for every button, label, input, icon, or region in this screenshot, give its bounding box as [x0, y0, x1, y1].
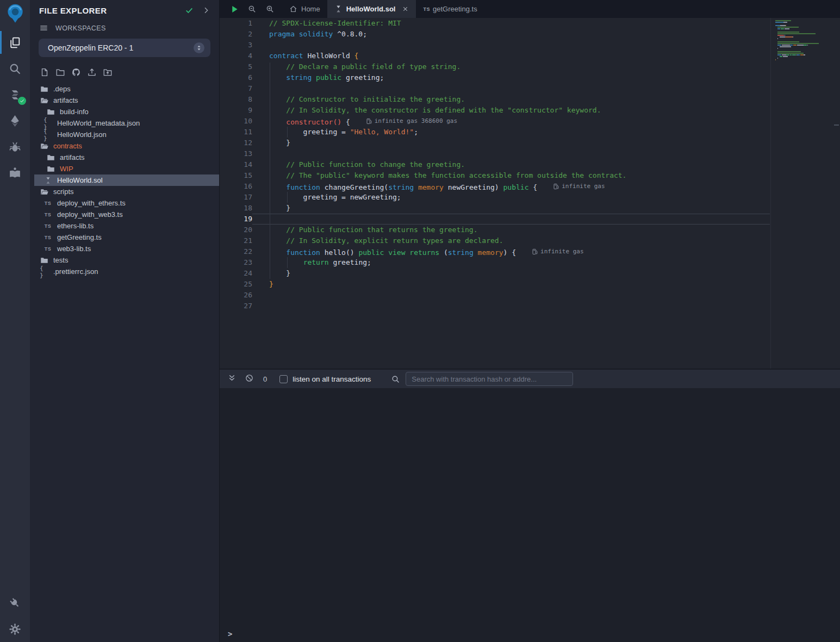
tab-helloworld-sol[interactable]: HelloWorld.sol	[327, 0, 416, 18]
accept-check-icon[interactable]	[185, 6, 194, 15]
activity-bar	[0, 0, 30, 642]
tree-item-label: .prettierrc.json	[53, 267, 98, 276]
tree-item[interactable]: TSdeploy_with_ethers.ts	[34, 197, 219, 209]
upload-icon	[87, 67, 97, 77]
tree-item[interactable]: TSethers-lib.ts	[34, 220, 219, 232]
code-line-content: function changeGreeting(string memory ne…	[252, 181, 770, 193]
line-number: 8	[220, 94, 252, 105]
deploy-and-run-button[interactable]	[0, 108, 30, 134]
tab-home[interactable]: Home	[282, 0, 327, 18]
terminal-expand-button[interactable]	[227, 373, 237, 384]
tree-item[interactable]: contracts	[34, 140, 219, 152]
clone-git-repository-button[interactable]	[71, 67, 82, 78]
typescript-file-icon: TS	[423, 7, 430, 12]
tree-item[interactable]: { }.prettierrc.json	[34, 266, 219, 277]
learneth-button[interactable]	[0, 160, 30, 186]
typescript-file-icon: TS	[43, 235, 52, 240]
workspace-select[interactable]: OpenZeppelin ERC20 - 1	[39, 39, 210, 57]
tree-item[interactable]: WIP	[34, 163, 219, 174]
code-line-content: // SPDX-License-Identifier: MIT	[252, 18, 770, 29]
zoom-out-button[interactable]	[243, 0, 261, 18]
minimap[interactable]	[775, 20, 825, 64]
tree-item[interactable]: { }HelloWorld_metadata.json	[34, 117, 219, 129]
line-number: 9	[220, 105, 252, 116]
tree-item-label: web3-lib.ts	[57, 245, 91, 253]
plugin-manager-button[interactable]	[0, 590, 30, 616]
tree-item[interactable]: HelloWorld.sol	[34, 174, 219, 186]
code-line-content: return greeting;	[252, 257, 770, 268]
tree-item[interactable]: TSdeploy_with_web3.ts	[34, 209, 219, 220]
line-number: 10	[220, 116, 252, 127]
line-number: 23	[220, 257, 252, 268]
code-lines: 1// SPDX-License-Identifier: MIT2pragma …	[220, 18, 840, 311]
code-line-content: // Public function to change the greetin…	[252, 159, 770, 170]
tree-item-label: contracts	[53, 142, 82, 150]
play-icon	[229, 4, 239, 14]
workspaces-label: WORKSPACES	[55, 24, 106, 32]
bug-icon	[8, 140, 22, 154]
search-icon	[391, 375, 400, 384]
clear-console-button[interactable]	[245, 373, 254, 384]
editor-scrollbar[interactable]	[834, 124, 839, 126]
run-script-button[interactable]	[225, 0, 243, 18]
code-line: 23 return greeting;	[220, 257, 840, 268]
line-number: 18	[220, 203, 252, 214]
code-line: 5 // Declare a public field of type stri…	[220, 61, 840, 72]
code-line: 11 greeting = "Hello, World!";	[220, 127, 840, 138]
upload-files-button[interactable]	[86, 67, 97, 78]
gas-estimate-hint: infinite gas	[553, 181, 605, 192]
code-line-content: greeting = "Hello, World!";	[252, 127, 770, 138]
file-explorer-button[interactable]	[0, 29, 30, 55]
remix-logo[interactable]	[0, 0, 30, 29]
tab-getgreeting-ts[interactable]: TSgetGreeting.ts	[416, 0, 484, 18]
transaction-search-input[interactable]	[406, 372, 573, 386]
tree-item[interactable]: artifacts	[34, 152, 219, 163]
tree-item[interactable]: TSweb3-lib.ts	[34, 243, 219, 254]
workspace-cycle-icon[interactable]	[194, 42, 204, 53]
solidity-compiler-button[interactable]	[0, 82, 30, 108]
code-line: 27	[220, 301, 840, 311]
code-line-content: greeting = newGreeting;	[252, 192, 770, 203]
zoom-out-icon	[247, 4, 257, 14]
create-new-folder-button[interactable]	[55, 67, 66, 78]
folder-icon	[46, 165, 55, 173]
panel-title: FILE EXPLORER	[39, 6, 177, 15]
tree-item-label: build-info	[60, 108, 89, 116]
code-line: 14 // Public function to change the gree…	[220, 159, 840, 170]
workspaces-row: WORKSPACES	[30, 20, 219, 35]
folder-upload-icon	[103, 67, 113, 77]
code-line: 20 // Public function that returns the g…	[220, 225, 840, 235]
tree-item[interactable]: artifacts	[34, 95, 219, 106]
tree-item-label: HelloWorld.sol	[57, 176, 103, 184]
debugger-button[interactable]	[0, 134, 30, 160]
tree-item[interactable]: tests	[34, 254, 219, 266]
settings-button[interactable]	[0, 616, 30, 642]
line-number: 7	[220, 83, 252, 94]
upload-folder-button[interactable]	[102, 67, 113, 78]
code-editor[interactable]: 1// SPDX-License-Identifier: MIT2pragma …	[220, 18, 840, 369]
create-new-file-button[interactable]	[39, 67, 50, 78]
terminal-toolbar: 0 listen on all transactions	[220, 369, 840, 388]
tree-item[interactable]: { }HelloWorld.json	[34, 129, 219, 140]
tree-item[interactable]: .deps	[34, 83, 219, 95]
gas-pump-icon	[532, 248, 538, 255]
tree-item[interactable]: scripts	[34, 186, 219, 197]
line-number: 1	[220, 18, 252, 29]
search-button[interactable]	[0, 55, 30, 82]
code-line-content: // Public function that returns the gree…	[252, 225, 770, 235]
terminal-output[interactable]: >	[220, 388, 840, 642]
line-number: 3	[220, 40, 252, 51]
file-explorer-panel: FILE EXPLORER WORKSPACES OpenZeppelin ER…	[30, 0, 219, 642]
gear-icon	[8, 622, 22, 636]
code-line-content: // Constructor to initialize the greetin…	[252, 94, 770, 105]
zoom-in-button[interactable]	[261, 0, 279, 18]
file-new-icon	[40, 67, 49, 77]
plug-icon	[8, 596, 22, 610]
expand-panel-chevron-icon[interactable]	[202, 6, 210, 15]
listen-transactions-checkbox[interactable]	[279, 375, 288, 383]
workspaces-menu-icon[interactable]	[39, 23, 48, 33]
tree-item[interactable]: build-info	[34, 106, 219, 117]
tree-item[interactable]: TSgetGreeting.ts	[34, 232, 219, 243]
close-tab-icon[interactable]	[402, 5, 409, 13]
line-number: 16	[220, 181, 252, 192]
